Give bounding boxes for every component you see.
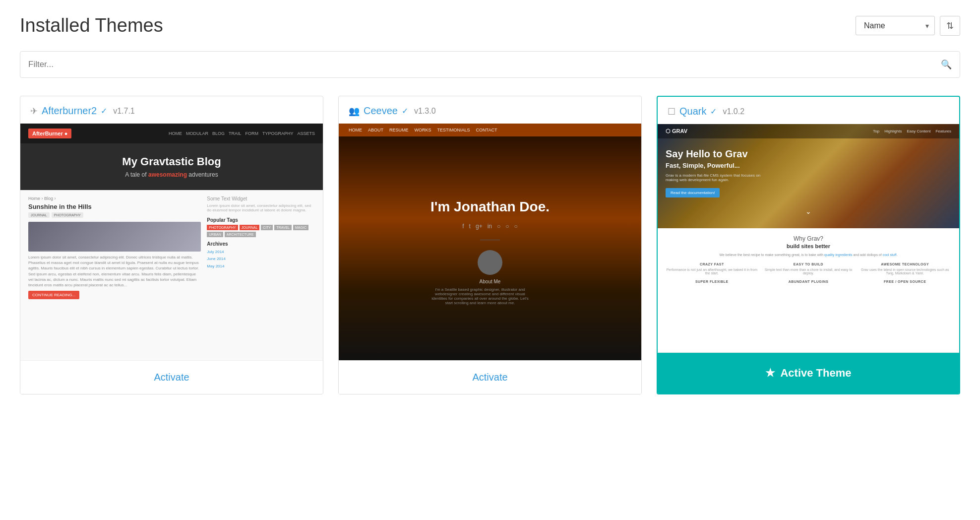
filter-bar: 🔍: [20, 51, 960, 78]
quark-hero: ⬡ GRAV Top Highlights Easy Content Featu…: [658, 124, 959, 228]
theme-card-quark: ☐ Quark ✓ v1.0.2 ⬡ GRAV Top Highlights E…: [657, 96, 960, 394]
activate-button-ceevee[interactable]: Activate: [472, 372, 507, 383]
quark-content: Why Grav? build sites better We believe …: [658, 228, 959, 352]
theme-card-afterburner2: ✈ Afterburner2 ✓ v1.7.1 AfterBurner ● HO…: [20, 96, 323, 394]
page-header: Installed Themes Name Date Author ▾ ⇅: [20, 15, 960, 36]
theme-card-header-afterburner2: ✈ Afterburner2 ✓ v1.7.1: [20, 96, 323, 124]
afterburner-image: [28, 222, 201, 252]
theme-footer-quark: ★ Active Theme: [658, 352, 959, 393]
theme-card-header-quark: ☐ Quark ✓ v1.0.2: [658, 97, 959, 124]
afterburner-main: Home › Blog › Sunshine in the Hills JOUR…: [28, 196, 201, 354]
afterburner-hero: My Gravtastic Blog A tale of awesomazing…: [20, 143, 323, 190]
quark-features-row2: SUPER FLEXIBLE ABUNDANT PLUGINS FREE / O…: [666, 280, 951, 285]
afterburner-hero-subtitle: A tale of awesomazing adventures: [30, 171, 313, 178]
check-icon-ceevee: ✓: [402, 106, 408, 116]
theme-name-afterburner2[interactable]: Afterburner2: [42, 105, 97, 117]
ceevee-about-text: I'm a Seattle based graphic designer, il…: [430, 287, 530, 305]
sort-order-icon: ⇅: [946, 20, 954, 31]
quark-hero-desc: Grav is a modern flat-file CMS system th…: [666, 173, 765, 182]
check-icon-quark: ✓: [710, 107, 717, 116]
theme-version-ceevee: v1.3.0: [414, 107, 436, 116]
ceevee-social: f t g+ in ○ ○ ○: [430, 223, 550, 230]
theme-preview-afterburner2: AfterBurner ● HOME MODULAR BLOG TRAIL FO…: [20, 124, 323, 360]
theme-version-afterburner2: v1.7.1: [113, 107, 135, 116]
theme-card-ceevee: 👥 Ceevee ✓ v1.3.0 HOME ABOUT RESUME WORK…: [338, 96, 642, 394]
theme-preview-quark: ⬡ GRAV Top Highlights Easy Content Featu…: [658, 124, 959, 352]
afterburner-sidebar: Some Text Widget Lorem ipsum dolor sit a…: [207, 196, 315, 354]
afterburner-nav: AfterBurner ● HOME MODULAR BLOG TRAIL FO…: [20, 124, 323, 143]
theme-name-ceevee[interactable]: Ceevee: [364, 105, 398, 117]
page-title: Installed Themes: [20, 15, 163, 36]
theme-version-quark: v1.0.2: [723, 107, 744, 116]
search-icon: 🔍: [941, 59, 952, 70]
active-theme-button: ★ Active Theme: [658, 353, 959, 393]
theme-footer-ceevee: Activate: [339, 360, 641, 394]
theme-preview-ceevee: HOME ABOUT RESUME WORKS TESTIMONIALS CON…: [339, 124, 641, 360]
afterburner-nav-links: HOME MODULAR BLOG TRAIL FORM TYPOGRAPHY …: [169, 131, 315, 136]
quark-hero-content: Say Hello to Grav Fast, Simple, Powerful…: [658, 138, 959, 207]
theme-name-quark[interactable]: Quark: [679, 106, 706, 117]
activate-button-afterburner2[interactable]: Activate: [154, 372, 189, 383]
quark-cta-button: Read the documentation!: [666, 188, 720, 197]
afterburner-logo: AfterBurner ●: [28, 129, 71, 138]
ceevee-main-text: I'm Jonathan Doe.: [430, 199, 550, 215]
file-icon: ☐: [668, 106, 675, 117]
ceevee-nav: HOME ABOUT RESUME WORKS TESTIMONIALS CON…: [339, 124, 641, 136]
rocket-icon: ✈: [30, 106, 38, 117]
star-icon: ★: [765, 367, 775, 380]
check-icon-afterburner2: ✓: [101, 106, 107, 116]
theme-card-header-ceevee: 👥 Ceevee ✓ v1.3.0: [339, 96, 641, 124]
filter-input[interactable]: [28, 52, 941, 77]
afterburner-hero-title: My Gravtastic Blog: [30, 155, 313, 168]
users-icon: 👥: [349, 106, 360, 117]
afterburner-content: Home › Blog › Sunshine in the Hills JOUR…: [20, 190, 323, 360]
quark-nav: ⬡ GRAV Top Highlights Easy Content Featu…: [658, 124, 959, 138]
active-theme-label: Active Theme: [780, 367, 851, 380]
quark-hero-title: Say Hello to Grav: [666, 148, 951, 160]
sort-controls: Name Date Author ▾ ⇅: [856, 16, 960, 36]
ceevee-divider: [480, 240, 500, 240]
quark-features-row1: CRAZY FAST Performance is not just an af…: [666, 262, 951, 275]
ceevee-about-title: About Me: [430, 279, 550, 284]
ceevee-content: I'm Jonathan Doe. f t g+ in ○ ○ ○ About …: [430, 179, 550, 305]
page-container: Installed Themes Name Date Author ▾ ⇅ 🔍 …: [0, 0, 980, 520]
themes-grid: ✈ Afterburner2 ✓ v1.7.1 AfterBurner ● HO…: [20, 96, 960, 394]
quark-hero-subtitle: Fast, Simple, Powerful...: [666, 162, 951, 169]
sort-select[interactable]: Name Date Author: [856, 16, 935, 35]
sort-order-button[interactable]: ⇅: [940, 16, 960, 36]
theme-footer-afterburner2: Activate: [20, 360, 323, 394]
ceevee-avatar: [478, 250, 502, 275]
sort-select-wrapper: Name Date Author ▾: [856, 16, 935, 35]
